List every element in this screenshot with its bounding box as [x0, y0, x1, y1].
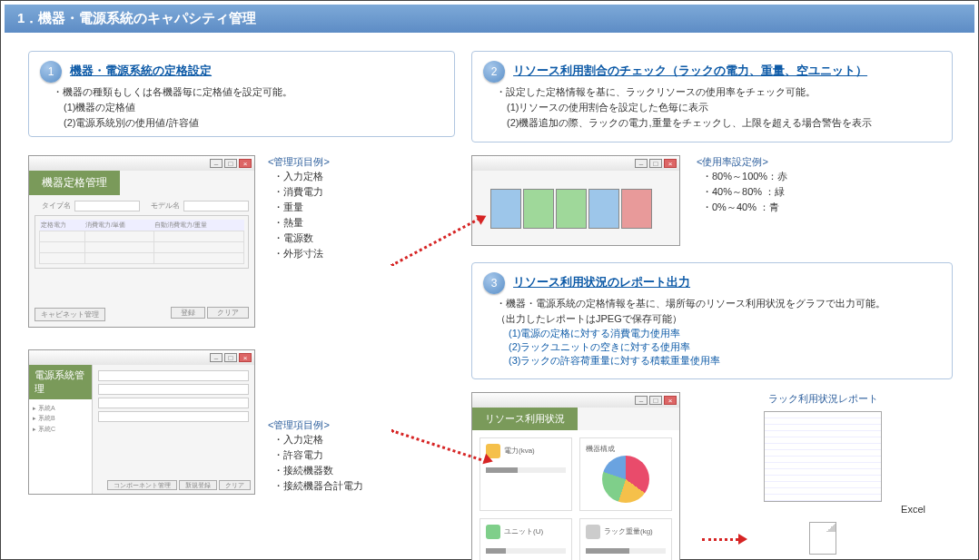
component-mgmt-button[interactable]: コンポーネント管理	[107, 480, 177, 490]
rack-cell	[621, 189, 652, 229]
section-2-box: 2 リソース利用割合のチェック（ラックの電力、重量、空ユニット） ・設定した定格…	[471, 51, 953, 142]
section-3-box: 3 リソース利用状況のレポート出力 ・機器・電源系統の定格情報を基に、場所毎のリ…	[471, 262, 953, 379]
dashboard-tab: リソース利用状況	[472, 408, 578, 430]
section-1-box: 1 機器・電源系統の定格設定 ・機器の種類もしくは各機器毎に定格値を設定可能。 …	[28, 51, 455, 137]
minimize-icon[interactable]: –	[210, 159, 222, 168]
maximize-icon[interactable]: □	[224, 159, 237, 168]
window-titlebar: – □ ×	[29, 156, 254, 171]
rack-usage-window: – □ ×	[471, 155, 680, 246]
section-3-heading: リソース利用状況のレポート出力	[513, 275, 690, 289]
section-3-desc: ・機器・電源系統の定格情報を基に、場所毎のリソース利用状況をグラフで出力可能。 …	[496, 296, 941, 327]
clear-button[interactable]: クリア	[207, 307, 249, 319]
close-icon[interactable]: ×	[239, 159, 252, 168]
jpeg-file-icon	[809, 522, 836, 555]
mock-window-device-rated: – □ × 機器定格管理 タイプ名 モデル名 定格電力消費電力/単価自動消費電力…	[28, 155, 255, 328]
section-1-heading: 機器・電源系統の定格設定	[70, 64, 212, 77]
cabinet-mgmt-button[interactable]: キャビネット管理	[35, 308, 105, 321]
minimize-icon[interactable]: –	[210, 353, 222, 362]
rack-cell	[588, 189, 619, 229]
excel-report-mock	[764, 411, 882, 502]
mock1-tab: 機器定格管理	[29, 171, 120, 195]
dash-card-power: 電力(kva)	[480, 437, 572, 511]
panel1: <管理項目例> ・入力定格 ・消費電力 ・重量 ・熱量 ・電源数 ・外形寸法	[268, 155, 330, 328]
badge-1: 1	[40, 61, 62, 83]
panel2: <管理項目例> ・入力定格 ・許容電力 ・接続機器数 ・接続機器合計電力	[268, 418, 363, 495]
badge-2: 2	[483, 61, 505, 83]
maximize-icon[interactable]: □	[649, 396, 662, 405]
excel-label: Excel	[693, 504, 925, 515]
dash-card-composition: 機器構成	[579, 437, 672, 511]
dash-card-weight: ラック重量(kg)	[579, 518, 672, 560]
window-titlebar: – □ ×	[29, 350, 254, 365]
rack-cell	[523, 189, 554, 229]
section-2-desc: ・設定した定格情報を基に、ラックリソースの使用率をチェック可能。 (1)リソース…	[496, 84, 941, 131]
new-register-button[interactable]: 新規登録	[179, 480, 217, 490]
clear-button-2[interactable]: クリア	[219, 480, 251, 490]
close-icon[interactable]: ×	[239, 353, 252, 362]
mock-window-power-system: – □ × 電源系統管理 ▸ 系統A▸ 系統B▸ 系統C	[28, 349, 255, 495]
close-icon[interactable]: ×	[664, 396, 677, 405]
rack-cell	[556, 189, 587, 229]
rack-cell	[490, 189, 521, 229]
section-2-heading: リソース利用割合のチェック（ラックの電力、重量、空ユニット）	[513, 64, 867, 77]
close-icon[interactable]: ×	[664, 159, 677, 168]
unit-icon	[486, 525, 500, 539]
weight-icon	[586, 525, 600, 539]
dash-card-unit: ユニット(U)	[480, 518, 572, 560]
maximize-icon[interactable]: □	[224, 353, 237, 362]
register-button[interactable]: 登録	[171, 307, 205, 319]
page-title: 1．機器・電源系統のキャパシティ管理	[5, 5, 974, 33]
minimize-icon[interactable]: –	[635, 396, 648, 405]
legend: <使用率設定例> ・80%～100%：赤 ・40%～80% ：緑 ・0%～40%…	[697, 155, 787, 215]
mock2-tab: 電源系統管理	[29, 365, 92, 399]
resource-dashboard-window: – □ × リソース利用状況 電力(kva) 機器構成 ユニット(U)	[471, 392, 680, 560]
report-title: ラック利用状況レポート	[693, 392, 953, 406]
pie-chart-icon	[602, 456, 649, 503]
minimize-icon[interactable]: –	[635, 159, 648, 168]
section-1-desc: ・機器の種類もしくは各機器毎に定格値を設定可能。 (1)機器の定格値 (2)電源…	[53, 84, 443, 131]
badge-3: 3	[483, 272, 505, 294]
maximize-icon[interactable]: □	[649, 159, 662, 168]
